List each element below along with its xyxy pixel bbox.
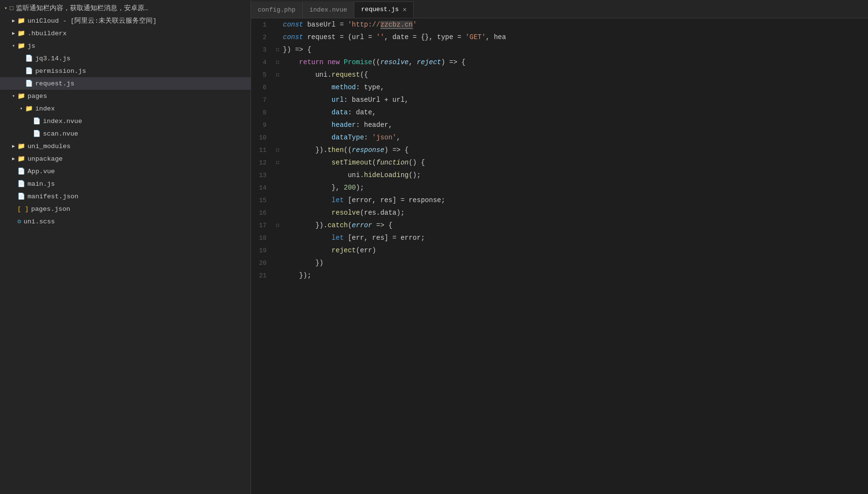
sidebar-item-hbuilderx[interactable]: ▶ 📁 .hbuilderx	[0, 27, 251, 40]
sidebar-item-index-folder[interactable]: ▾ 📁 index	[0, 102, 251, 115]
app-vue-label: App.vue	[28, 168, 55, 175]
sidebar-item-manifest[interactable]: 📄 manifest.json	[0, 190, 251, 203]
code-line-15: 15 let [error, res] = response;	[251, 194, 868, 206]
line-num-21: 21	[251, 272, 274, 279]
uni-modules-label: uni_modules	[28, 143, 70, 150]
tab-request-js[interactable]: request.js ✕	[354, 1, 414, 18]
code-text-19: reject(err)	[281, 244, 376, 257]
code-text-21: });	[281, 269, 311, 282]
code-text-1: const baseUrl = 'http://zzcbz.cn'	[281, 18, 417, 31]
code-line-7: 7 url: baseUrl + url,	[251, 94, 868, 106]
unpackage-arrow: ▶	[10, 156, 17, 162]
permission-icon: 📄	[25, 67, 33, 75]
index-folder-icon: 📁	[25, 105, 33, 112]
code-text-10: dataType: 'json',	[281, 131, 401, 144]
root-icon: □	[10, 5, 14, 12]
code-line-6: 6 method: type,	[251, 81, 868, 94]
code-line-5: 5 □ uni.request({	[251, 69, 868, 81]
code-line-18: 18 let [err, res] = error;	[251, 232, 868, 244]
tree-root[interactable]: ▾ □ 监听通知栏内容，获取通知栏消息，安卓原…	[0, 2, 251, 14]
sidebar-item-request[interactable]: 📄 request.js	[0, 77, 251, 90]
index-nvue-label: index.nvue	[43, 118, 82, 125]
index-nvue-icon: 📄	[33, 117, 41, 125]
line-num-10: 10	[251, 134, 274, 141]
code-text-12: setTimeout(function() {	[281, 156, 425, 169]
index-folder-arrow: ▾	[17, 106, 25, 111]
tab-close-button[interactable]: ✕	[403, 6, 406, 13]
code-line-12: 12 □ setTimeout(function() {	[251, 156, 868, 169]
line-num-17: 17	[251, 222, 274, 229]
line-num-16: 16	[251, 209, 274, 217]
line-num-3: 3	[251, 46, 274, 54]
fold-12: □	[274, 160, 281, 165]
code-text-20: })	[281, 257, 323, 269]
code-line-2: 2 const request = (url = '', date = {}, …	[251, 31, 868, 43]
root-label: 监听通知栏内容，获取通知栏消息，安卓原…	[16, 4, 148, 13]
sidebar-item-app-vue[interactable]: 📄 App.vue	[0, 165, 251, 178]
unpackage-label: unpackage	[28, 155, 63, 163]
line-num-20: 20	[251, 260, 274, 267]
tab-request-label: request.js	[361, 6, 399, 13]
fold-3: □	[274, 47, 281, 53]
code-text-5: uni.request({	[281, 69, 368, 81]
line-num-8: 8	[251, 109, 274, 116]
sidebar-item-pages-json[interactable]: [ ] pages.json	[0, 203, 251, 215]
line-num-11: 11	[251, 147, 274, 154]
pages-folder-icon: 📁	[17, 92, 25, 100]
fold-17: □	[274, 223, 281, 228]
sidebar-item-js[interactable]: ▾ 📁 js	[0, 40, 251, 52]
app-vue-icon: 📄	[17, 167, 25, 175]
sidebar-item-index-nvue[interactable]: 📄 index.nvue	[0, 115, 251, 127]
line-num-6: 6	[251, 84, 274, 91]
sidebar-item-scan-nvue[interactable]: 📄 scan.nvue	[0, 127, 251, 140]
line-num-19: 19	[251, 247, 274, 254]
code-line-13: 13 uni.hideLoading();	[251, 169, 868, 181]
code-line-14: 14 }, 200);	[251, 181, 868, 194]
code-line-20: 20 })	[251, 257, 868, 269]
code-text-4: return new Promise((resolve, reject) => …	[281, 56, 465, 69]
index-folder-label: index	[35, 105, 55, 112]
unicloud-arrow: ▶	[10, 18, 17, 24]
line-num-4: 4	[251, 59, 274, 66]
unicloud-label: uniCloud - [阿里云:未关联云服务空间]	[28, 16, 156, 25]
code-line-17: 17 □ }).catch(error => {	[251, 219, 868, 232]
jq-label: jq3.14.js	[35, 55, 70, 62]
sidebar-item-uni-scss[interactable]: ⚙ uni.scss	[0, 215, 251, 228]
code-text-7: url: baseUrl + url,	[281, 94, 408, 106]
request-label: request.js	[35, 80, 74, 87]
code-text-16: resolve(res.data);	[281, 206, 405, 219]
sidebar-item-unpackage[interactable]: ▶ 📁 unpackage	[0, 152, 251, 165]
sidebar-item-uni-modules[interactable]: ▶ 📁 uni_modules	[0, 140, 251, 152]
tab-config-php[interactable]: config.php	[251, 1, 303, 18]
code-text-6: method: type,	[281, 81, 384, 94]
unicloud-icon: 📁	[17, 17, 25, 25]
tab-config-label: config.php	[258, 6, 295, 14]
code-text-15: let [error, res] = response;	[281, 194, 445, 206]
tab-index-nvue[interactable]: index.nvue	[303, 1, 354, 18]
code-line-11: 11 □ }).then((response) => {	[251, 144, 868, 156]
manifest-label: manifest.json	[28, 193, 78, 200]
code-line-1: 1 const baseUrl = 'http://zzcbz.cn'	[251, 18, 868, 31]
manifest-icon: 📄	[17, 192, 25, 200]
code-line-21: 21 });	[251, 269, 868, 282]
scan-nvue-icon: 📄	[33, 130, 41, 137]
sidebar-item-pages[interactable]: ▾ 📁 pages	[0, 90, 251, 102]
code-line-4: 4 □ return new Promise((resolve, reject)…	[251, 56, 868, 69]
code-text-2: const request = (url = '', date = {}, ty…	[281, 31, 506, 43]
uni-modules-icon: 📁	[17, 142, 25, 150]
hbuilderx-label: .hbuilderx	[28, 30, 67, 37]
line-num-14: 14	[251, 184, 274, 192]
code-line-3: 3 □ }) => {	[251, 43, 868, 56]
code-text-18: let [err, res] = error;	[281, 232, 425, 244]
js-label: js	[28, 42, 35, 50]
uni-scss-label: uni.scss	[24, 218, 55, 225]
sidebar-item-main-js[interactable]: 📄 main.js	[0, 178, 251, 190]
sidebar-item-permission[interactable]: 📄 permission.js	[0, 65, 251, 77]
sidebar-item-jq[interactable]: 📄 jq3.14.js	[0, 52, 251, 65]
root-arrow: ▾	[2, 5, 10, 11]
sidebar-item-unicloud[interactable]: ▶ 📁 uniCloud - [阿里云:未关联云服务空间]	[0, 14, 251, 27]
code-editor[interactable]: 1 const baseUrl = 'http://zzcbz.cn' 2 co…	[251, 18, 868, 494]
editor-area: config.php index.nvue request.js ✕ 1 con…	[251, 0, 868, 494]
pages-json-label: pages.json	[31, 206, 70, 213]
code-line-10: 10 dataType: 'json',	[251, 131, 868, 144]
